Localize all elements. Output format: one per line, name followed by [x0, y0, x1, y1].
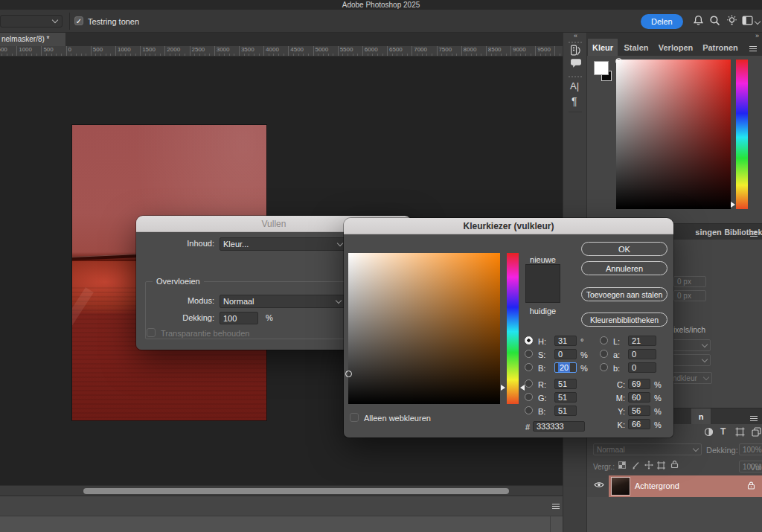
workspace-panel-icon[interactable]: [742, 16, 753, 27]
filter-adjustment-icon[interactable]: [704, 427, 714, 437]
layer-lock-icon[interactable]: [747, 481, 755, 490]
tab-stalen[interactable]: Stalen: [619, 39, 653, 56]
ruler-label: 7000: [412, 46, 437, 53]
web-colors-checkbox[interactable]: [350, 413, 359, 422]
c-input[interactable]: 69: [628, 379, 650, 389]
paragraph-panel-icon[interactable]: ¶: [572, 95, 577, 107]
window-title: Adobe Photoshop 2025: [342, 1, 420, 9]
panel-menu-icon[interactable]: [749, 45, 757, 53]
history-panel-icon[interactable]: [570, 45, 582, 56]
color-field-marker[interactable]: [615, 58, 622, 65]
s-input[interactable]: 0: [554, 349, 577, 359]
lab-b-radio[interactable]: [600, 363, 608, 371]
color-field-marker[interactable]: [345, 371, 352, 377]
ok-button[interactable]: OK: [581, 242, 667, 256]
share-button[interactable]: Delen: [641, 14, 683, 29]
panel-grip: [569, 42, 582, 43]
color-field[interactable]: [348, 253, 500, 404]
y-input[interactable]: 56: [628, 406, 650, 416]
g-radio[interactable]: [525, 393, 533, 401]
comments-panel-icon[interactable]: [570, 57, 582, 68]
layer-thumbnail[interactable]: [612, 478, 630, 495]
b2-radio[interactable]: [525, 406, 533, 414]
document-tab[interactable]: nelmasker/8) *: [0, 33, 65, 46]
a-input[interactable]: 0: [628, 349, 656, 359]
b-radio[interactable]: [525, 363, 533, 371]
tab-lagen[interactable]: n: [691, 408, 711, 424]
m-input[interactable]: 60: [628, 392, 650, 403]
color-picker-title[interactable]: Kleurkiezer (vulkleur): [344, 218, 673, 234]
ruler-label: 6500: [388, 46, 412, 53]
fill-value[interactable]: 100%: [739, 461, 762, 472]
lock-all-icon[interactable]: [670, 460, 679, 469]
lock-transparency-icon[interactable]: [618, 461, 626, 469]
panel-menu-icon[interactable]: [750, 230, 758, 238]
eye-icon[interactable]: [594, 481, 604, 489]
tab-aanpassingen[interactable]: singen: [691, 224, 726, 240]
layer-row[interactable]: Achtergrond: [609, 475, 762, 497]
ruler-label: 4500: [289, 46, 313, 53]
chevron-down-icon[interactable]: [755, 19, 761, 25]
content-select[interactable]: Kleur...: [220, 237, 346, 251]
color-field[interactable]: [616, 60, 731, 209]
ruler-label: 2000: [165, 46, 190, 53]
h-radio[interactable]: [525, 336, 533, 344]
g-input[interactable]: 51: [554, 392, 577, 403]
r-input[interactable]: 51: [554, 379, 577, 389]
filter-type-icon[interactable]: T: [720, 426, 726, 437]
unit-dropdown[interactable]: [669, 339, 711, 351]
l-radio[interactable]: [600, 336, 608, 344]
width-field[interactable]: 0 px: [673, 276, 706, 287]
r-label: R:: [538, 380, 546, 389]
hue-marker-icon[interactable]: [731, 202, 735, 208]
filter-smart-object-icon[interactable]: [752, 427, 761, 437]
h-input[interactable]: 31: [554, 336, 577, 346]
l-input[interactable]: 21: [628, 336, 656, 346]
hex-input[interactable]: 333333: [533, 421, 585, 432]
lab-b-input[interactable]: 0: [628, 362, 656, 373]
tab-kleur[interactable]: Kleur: [588, 39, 618, 56]
tab-patronen[interactable]: Patronen: [698, 39, 743, 56]
foreground-color-swatch[interactable]: [594, 61, 609, 75]
k-input[interactable]: 66: [628, 419, 650, 429]
lock-label: Vergr.:: [593, 463, 615, 471]
height-field[interactable]: 0 px: [673, 290, 706, 301]
cancel-button[interactable]: Annuleren: [581, 261, 667, 275]
mode-select[interactable]: Normaal: [220, 295, 345, 308]
mode-dropdown[interactable]: [669, 354, 711, 366]
tab-verlopen[interactable]: Verlopen: [655, 39, 697, 56]
add-to-swatches-button[interactable]: Toevoegen aan stalen: [581, 287, 667, 301]
horizontal-ruler[interactable]: 1500 1000 500 0 500 1000 1500 2000 2500 …: [0, 46, 563, 57]
a-radio[interactable]: [600, 350, 608, 358]
character-panel-icon[interactable]: A|: [570, 80, 579, 92]
hue-marker-right-icon[interactable]: [520, 385, 525, 391]
hue-marker-left-icon[interactable]: [501, 385, 505, 391]
canvas-bg-dropdown[interactable]: ndkleur: [669, 372, 712, 384]
bell-icon[interactable]: [693, 15, 704, 26]
blend-mode-select[interactable]: Normaal: [593, 443, 702, 455]
opacity-value[interactable]: 100%: [739, 443, 762, 455]
b2-input[interactable]: 51: [554, 406, 577, 416]
panel-menu-icon[interactable]: [552, 502, 560, 510]
proof-colors-checkbox[interactable]: ✓: [74, 16, 83, 25]
search-icon[interactable]: [709, 15, 720, 26]
lock-paint-icon[interactable]: [632, 461, 640, 469]
lock-move-icon[interactable]: [644, 461, 653, 469]
panel-menu-icon[interactable]: [750, 414, 758, 423]
filter-frame-icon[interactable]: [735, 427, 745, 437]
collapse-panels-icon[interactable]: «: [574, 32, 577, 39]
hue-ramp[interactable]: [736, 60, 748, 209]
color-libraries-button[interactable]: Kleurenbibliotheken: [581, 313, 667, 327]
scrollbar-thumb[interactable]: [83, 488, 509, 494]
ruler-label: 1500: [141, 46, 165, 53]
tool-preset-select[interactable]: [0, 15, 63, 28]
b-input[interactable]: 20: [554, 362, 577, 373]
preserve-transparency-checkbox[interactable]: [147, 328, 156, 337]
lightbulb-icon[interactable]: [726, 15, 737, 26]
horizontal-scrollbar[interactable]: [0, 485, 563, 496]
lock-artboard-icon[interactable]: [657, 461, 665, 469]
opacity-input[interactable]: 100: [220, 312, 258, 324]
hue-slider[interactable]: [507, 253, 519, 404]
r-radio[interactable]: [525, 379, 533, 388]
s-radio[interactable]: [525, 350, 533, 358]
